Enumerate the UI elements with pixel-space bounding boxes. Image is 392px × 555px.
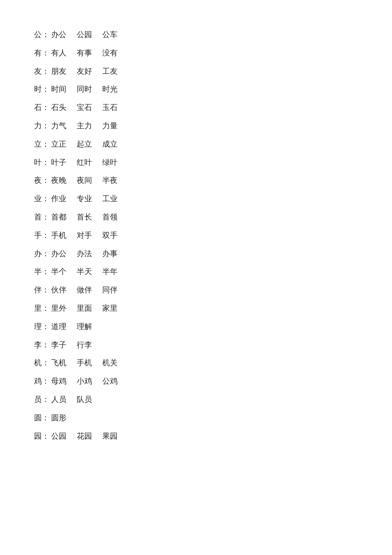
vocab-word: 里面 (77, 302, 92, 315)
vocab-word: 同伴 (102, 284, 118, 296)
vocab-word: 办公 (51, 248, 66, 260)
vocab-words: 人员队员 (51, 393, 92, 406)
vocab-word: 工业 (102, 193, 118, 205)
vocab-item: 伴：伙伴做伴同伴 (34, 281, 358, 299)
vocab-key: 圆： (34, 412, 51, 424)
vocab-word: 主力 (77, 120, 92, 132)
vocab-word: 夜间 (77, 174, 92, 187)
vocab-item: 时：时间同时时光 (34, 80, 358, 98)
vocab-word: 朋友 (51, 65, 66, 78)
vocab-word: 果园 (102, 430, 118, 442)
vocab-words: 朋友友好工友 (51, 65, 118, 78)
vocab-item: 鸡：母鸡小鸡公鸡 (34, 372, 358, 390)
vocab-words: 道理理解 (51, 321, 92, 333)
vocab-word: 伙伴 (51, 284, 66, 296)
vocab-word: 半年 (102, 266, 118, 278)
vocab-word: 首长 (77, 211, 92, 223)
vocab-key: 友： (34, 65, 51, 78)
vocab-word: 机关 (102, 357, 118, 369)
vocab-word: 力量 (102, 120, 118, 132)
vocab-item: 有：有人有事没有 (34, 44, 358, 62)
vocab-key: 里： (34, 302, 51, 315)
vocab-word: 时光 (102, 83, 118, 95)
vocab-item: 办：办公办法办事 (34, 245, 358, 263)
vocab-key: 鸡： (34, 375, 51, 387)
vocab-key: 有： (34, 47, 51, 59)
vocab-key: 夜： (34, 174, 51, 187)
vocab-item: 理：道理理解 (34, 318, 358, 336)
vocab-key: 立： (34, 138, 51, 150)
vocab-word: 手机 (77, 357, 92, 369)
vocab-words: 作业专业工业 (51, 193, 118, 205)
vocab-words: 李子行李 (51, 339, 92, 351)
vocab-words: 伙伴做伴同伴 (51, 284, 118, 296)
vocab-word: 专业 (77, 193, 92, 205)
vocab-key: 李： (34, 339, 51, 351)
vocab-word: 李子 (51, 339, 66, 351)
vocab-word: 没有 (102, 47, 118, 59)
vocab-item: 李：李子行李 (34, 336, 358, 354)
vocab-word: 办公 (51, 29, 66, 41)
vocab-item: 石：石头宝石玉石 (34, 98, 358, 117)
vocab-key: 办： (34, 248, 51, 260)
vocab-item: 夜：夜晚夜间半夜 (34, 171, 358, 190)
vocab-word: 队员 (77, 393, 92, 406)
vocab-item: 力：力气主力力量 (34, 117, 358, 135)
vocab-word: 作业 (51, 193, 66, 205)
vocab-word: 人员 (51, 393, 66, 406)
vocab-word: 夜晚 (51, 174, 66, 187)
vocab-item: 里：里外里面家里 (34, 299, 358, 318)
vocab-word: 玉石 (102, 101, 118, 114)
vocab-item: 业：作业专业工业 (34, 190, 358, 208)
vocab-word: 公园 (77, 29, 92, 41)
vocab-word: 办法 (77, 248, 92, 260)
vocab-item: 公：办公公园公车 (34, 26, 358, 44)
vocab-word: 家里 (102, 302, 118, 315)
vocab-word: 有人 (51, 47, 66, 59)
vocab-words: 力气主力力量 (51, 120, 118, 132)
vocab-words: 飞机手机机关 (51, 357, 118, 369)
vocab-item: 立：立正起立成立 (34, 135, 358, 153)
vocab-word: 同时 (77, 83, 92, 95)
vocab-word: 对手 (77, 229, 92, 242)
vocab-words: 办公公园公车 (51, 29, 118, 41)
vocab-word: 红叶 (77, 156, 92, 169)
vocab-word: 工友 (102, 65, 118, 78)
vocab-key: 半： (34, 266, 51, 278)
vocab-word: 有事 (77, 47, 92, 59)
vocab-word: 立正 (51, 138, 66, 150)
vocab-words: 立正起立成立 (51, 138, 118, 150)
vocab-item: 圆：圆形 (34, 409, 358, 427)
vocab-key: 员： (34, 393, 51, 406)
vocab-item: 友：朋友友好工友 (34, 62, 358, 81)
vocab-key: 首： (34, 211, 51, 223)
vocab-words: 叶子红叶绿叶 (51, 156, 118, 169)
vocab-word: 成立 (102, 138, 118, 150)
vocab-word: 做伴 (77, 284, 92, 296)
vocab-words: 有人有事没有 (51, 47, 118, 59)
vocab-word: 半夜 (102, 174, 118, 187)
vocab-item: 叶：叶子红叶绿叶 (34, 153, 358, 172)
vocab-key: 业： (34, 193, 51, 205)
vocab-words: 首都首长首领 (51, 211, 118, 223)
vocab-word: 理解 (77, 321, 92, 333)
vocab-word: 宝石 (77, 101, 92, 114)
vocab-word: 公鸡 (102, 375, 118, 387)
vocab-key: 时： (34, 83, 51, 95)
vocab-word: 行李 (77, 339, 92, 351)
vocab-words: 手机对手双手 (51, 229, 118, 242)
vocab-word: 半个 (51, 266, 66, 278)
vocab-word: 飞机 (51, 357, 66, 369)
vocab-word: 办事 (102, 248, 118, 260)
vocab-word: 绿叶 (102, 156, 118, 169)
vocab-word: 双手 (102, 229, 118, 242)
vocab-words: 里外里面家里 (51, 302, 118, 315)
vocab-words: 圆形 (51, 412, 66, 424)
vocab-key: 手： (34, 229, 51, 242)
vocab-key: 伴： (34, 284, 51, 296)
vocab-key: 力： (34, 120, 51, 132)
vocab-item: 半：半个半天半年 (34, 263, 358, 281)
vocab-key: 机： (34, 357, 51, 369)
vocab-word: 里外 (51, 302, 66, 315)
vocab-word: 手机 (51, 229, 66, 242)
